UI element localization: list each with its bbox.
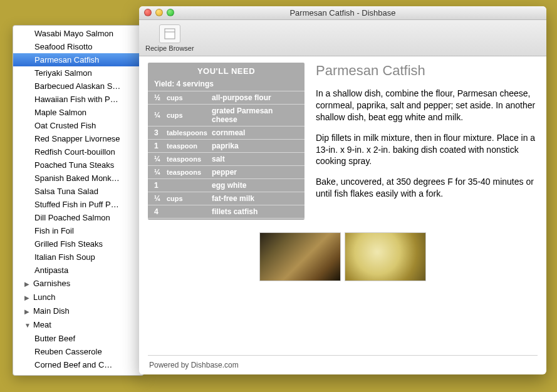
ingredient-qty: 1 xyxy=(154,181,167,190)
recipe-body: Parmesan Catfish In a shallow dish, comb… xyxy=(316,63,538,220)
list-item[interactable]: Italian Fish Soup xyxy=(13,250,143,264)
list-item[interactable]: Parmesan Catfish xyxy=(13,53,143,66)
toolbar: Recipe Browser xyxy=(139,20,546,56)
recipe-browser-button[interactable]: Recipe Browser xyxy=(145,24,194,52)
close-icon[interactable] xyxy=(144,9,152,16)
list-item[interactable]: Reuben Casserole xyxy=(13,345,143,358)
ingredient-unit: cups xyxy=(167,94,212,101)
titlebar: Parmesan Catfish - Dishbase xyxy=(139,6,546,20)
ingredient-unit: tablespoons xyxy=(167,129,212,137)
main-window: Parmesan Catfish - Dishbase Recipe Brows… xyxy=(139,6,546,374)
ingredient-name: fillets catfish xyxy=(212,207,298,216)
recipe-browser-label: Recipe Browser xyxy=(145,44,194,52)
list-item[interactable]: Grilled Fish Steaks xyxy=(13,237,143,250)
sidebar-window: Wasabi Mayo SalmonSeafood RisottoParmesa… xyxy=(13,25,144,376)
list-item[interactable]: Wasabi Mayo Salmon xyxy=(13,27,143,40)
zoom-icon[interactable] xyxy=(167,9,174,16)
list-item[interactable]: Stuffed Fish in Puff P… xyxy=(13,198,143,211)
ingredient-name: pepper xyxy=(212,168,298,177)
chevron-down-icon: ▼ xyxy=(24,320,31,331)
ingredient-row: 1egg white xyxy=(148,178,305,192)
list-item[interactable]: Maple Salmon xyxy=(13,106,143,119)
ingredient-qty: ¼ xyxy=(154,168,167,177)
recipe-step: Dip fillets in milk mixture, then in flo… xyxy=(316,132,538,168)
ingredient-row: ¼teaspoonssalt xyxy=(148,152,305,165)
recipe-step: In a shallow dish, combine the flour, Pa… xyxy=(316,88,538,123)
list-item[interactable]: Antipasta xyxy=(13,264,143,277)
list-item[interactable]: Dill Poached Salmon xyxy=(13,211,143,224)
ingredient-unit: cups xyxy=(167,111,212,119)
ingredient-unit: teaspoon xyxy=(167,142,212,150)
recipe-step: Bake, uncovered, at 350 degrees F for 35… xyxy=(316,176,538,200)
ingredient-qty: 3 xyxy=(154,128,167,137)
ingredient-qty: ¼ xyxy=(154,155,167,163)
recipe-browser-icon xyxy=(159,24,180,43)
ingredient-unit: cups xyxy=(167,195,212,202)
ingredient-qty: 4 xyxy=(154,207,167,216)
ingredient-row: 4fillets catfish xyxy=(148,205,305,219)
chevron-right-icon: ▶ xyxy=(24,306,31,317)
list-item[interactable]: Fish in Foil xyxy=(13,224,143,237)
ingredient-name: salt xyxy=(212,155,298,163)
window-title: Parmesan Catfish - Dishbase xyxy=(139,8,546,18)
list-item[interactable]: Spanish Baked Monk… xyxy=(13,172,143,185)
ingredient-qty: ¼ xyxy=(154,194,167,203)
list-item[interactable]: Teriyaki Salmon xyxy=(13,66,143,80)
list-category[interactable]: ▶Lunch xyxy=(13,291,143,304)
ingredient-unit: teaspoons xyxy=(167,155,212,163)
ingredient-row: ¼cupsgrated Parmesan cheese xyxy=(148,104,305,126)
ingredient-unit: teaspoons xyxy=(167,168,212,176)
recipe-title: Parmesan Catfish xyxy=(316,63,538,79)
recipe-list[interactable]: Wasabi Mayo SalmonSeafood RisottoParmesa… xyxy=(13,26,143,375)
chevron-right-icon: ▶ xyxy=(24,292,31,303)
ingredient-name: grated Parmesan cheese xyxy=(212,106,298,124)
yield-text: Yield: 4 servings xyxy=(148,78,305,91)
minimize-icon[interactable] xyxy=(155,9,163,16)
recipe-images xyxy=(148,232,538,281)
ingredient-name: fat-free milk xyxy=(212,194,298,203)
list-category[interactable]: ▼Meat xyxy=(13,318,143,332)
svg-rect-0 xyxy=(165,29,175,39)
ingredient-row: 1teaspoonpaprika xyxy=(148,139,305,152)
window-controls xyxy=(144,9,174,16)
list-item[interactable]: Redfish Court-bouillon xyxy=(13,145,143,158)
ingredient-qty: ¼ xyxy=(154,111,167,120)
list-item[interactable]: Green Chile Stew wit… xyxy=(13,371,143,375)
list-item[interactable]: Barbecued Alaskan S… xyxy=(13,80,143,93)
list-category[interactable]: ▶Main Dish xyxy=(13,304,143,318)
recipe-image[interactable] xyxy=(345,232,426,281)
ingredient-qty: 1 xyxy=(154,142,167,150)
ingredients-panel: YOU'LL NEED Yield: 4 servings ½cupsall-p… xyxy=(148,63,305,220)
list-item[interactable]: Oat Crusted Fish xyxy=(13,119,143,132)
ingredient-row: 3tablespoonscornmeal xyxy=(148,126,305,139)
ingredient-row: ¼teaspoonspepper xyxy=(148,165,305,178)
ingredient-name: cornmeal xyxy=(212,128,298,137)
list-item[interactable]: Poached Tuna Steaks xyxy=(13,158,143,172)
list-category[interactable]: ▶Garnishes xyxy=(13,277,143,291)
list-item[interactable]: Seafood Risotto xyxy=(13,40,143,53)
ingredient-name: egg white xyxy=(212,181,298,190)
ingredient-row: ¼cupsfat-free milk xyxy=(148,192,305,205)
ingredients-list: ½cupsall-purpose flour¼cupsgrated Parmes… xyxy=(148,91,305,219)
list-item[interactable]: Salsa Tuna Salad xyxy=(13,185,143,198)
list-item[interactable]: Red Snapper Livornese xyxy=(13,132,143,145)
ingredient-row: ½cupsall-purpose flour xyxy=(148,91,305,104)
recipe-image[interactable] xyxy=(259,232,341,281)
recipe-steps: In a shallow dish, combine the flour, Pa… xyxy=(316,88,538,200)
ingredient-qty: ½ xyxy=(154,93,167,102)
list-item[interactable]: Corned Beef and C… xyxy=(13,358,143,371)
content-area: YOU'LL NEED Yield: 4 servings ½cupsall-p… xyxy=(139,56,546,374)
list-item[interactable]: Butter Beef xyxy=(13,332,143,345)
ingredient-name: paprika xyxy=(212,142,298,150)
ingredients-heading: YOU'LL NEED xyxy=(148,66,305,76)
chevron-right-icon: ▶ xyxy=(24,279,31,289)
list-item[interactable]: Hawaiian Fish with P… xyxy=(13,93,143,106)
ingredient-name: all-purpose flour xyxy=(212,93,298,102)
footer-text: Powered by Dishbase.com xyxy=(148,355,538,369)
